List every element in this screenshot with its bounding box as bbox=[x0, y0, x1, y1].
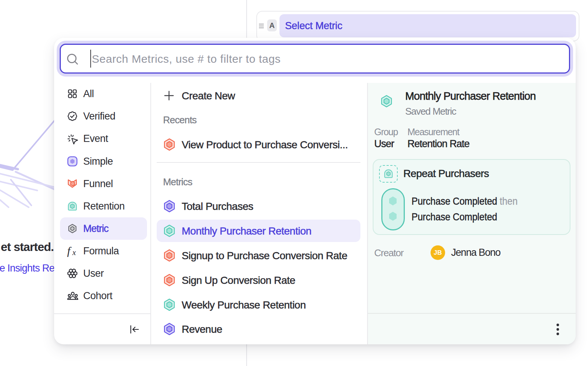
svg-text:f: f bbox=[67, 246, 72, 257]
svg-text:x: x bbox=[72, 248, 76, 257]
